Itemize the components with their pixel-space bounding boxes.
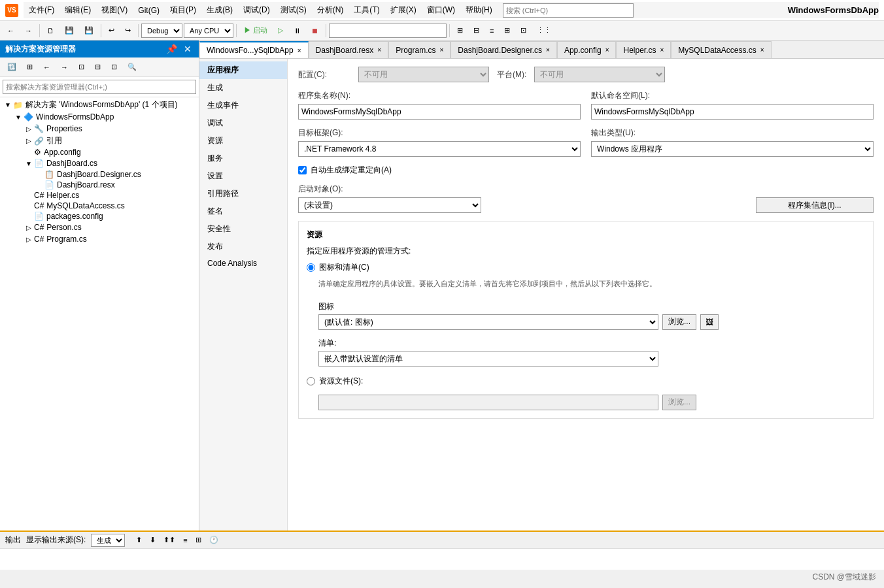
se-btn-8[interactable]: 🔍: [123, 61, 141, 73]
se-search-input[interactable]: [3, 80, 196, 94]
tab-mysql-close[interactable]: ×: [760, 46, 764, 54]
tab-resx[interactable]: DashjBoard.resx ×: [309, 41, 389, 58]
tree-item-dashjboard[interactable]: ▼ 📄 DashjBoard.cs: [0, 157, 199, 169]
output-btn-2[interactable]: ⬇: [146, 534, 159, 547]
se-btn-4[interactable]: →: [56, 61, 73, 73]
nav-item-services[interactable]: 服务: [199, 150, 287, 167]
se-btn-5[interactable]: ⊡: [74, 61, 89, 73]
assembly-name-input[interactable]: [298, 104, 581, 120]
expand-properties-icon[interactable]: ▷: [24, 123, 34, 134]
expand-person-icon[interactable]: ▷: [24, 222, 34, 233]
tab-appconfig[interactable]: App.config ×: [557, 41, 617, 58]
icon-select[interactable]: (默认值: 图标): [318, 314, 658, 330]
menu-tools[interactable]: 工具(T): [348, 2, 384, 18]
se-btn-2[interactable]: ⊞: [22, 61, 37, 73]
menu-debug[interactable]: 调试(D): [238, 2, 275, 18]
nav-item-build[interactable]: 生成: [199, 79, 287, 97]
forward-button[interactable]: →: [20, 25, 37, 37]
icon-preview-button[interactable]: 🖼: [700, 314, 719, 330]
resource-file-browse-button[interactable]: 浏览...: [662, 395, 696, 410]
tree-project[interactable]: ▼ 🔷 WindowsFormsDbApp: [0, 111, 199, 123]
title-search-input[interactable]: [503, 3, 634, 18]
nav-item-debug[interactable]: 调试: [199, 114, 287, 132]
assembly-info-button[interactable]: 程序集信息(I)...: [756, 197, 874, 213]
se-btn-7[interactable]: ⊡: [107, 61, 122, 73]
nav-item-resources[interactable]: 资源: [199, 132, 287, 150]
redo-button[interactable]: ↪: [120, 24, 135, 37]
debug-config-select[interactable]: Debug: [141, 24, 182, 38]
platform-select[interactable]: 不可用: [534, 67, 665, 82]
menu-git[interactable]: Git(G): [133, 3, 165, 18]
menu-edit[interactable]: 编辑(E): [60, 2, 96, 18]
radio-icon-manifest[interactable]: [307, 263, 315, 272]
expand-project-icon[interactable]: ▼: [13, 112, 24, 122]
target-framework-select[interactable]: .NET Framework 4.8: [298, 141, 581, 157]
nav-item-code-analysis[interactable]: Code Analysis: [199, 255, 287, 271]
menu-test[interactable]: 测试(S): [275, 2, 312, 18]
menu-file[interactable]: 文件(F): [24, 2, 60, 18]
output-btn-4[interactable]: ≡: [180, 534, 190, 547]
output-source-select[interactable]: 生成: [91, 534, 125, 547]
tree-item-helper[interactable]: C# Helper.cs: [0, 190, 199, 201]
default-namespace-input[interactable]: [591, 104, 874, 120]
output-type-select[interactable]: Windows 应用程序: [591, 141, 874, 157]
toolbar-icon-btn-6[interactable]: ⋮⋮: [532, 24, 556, 37]
nav-item-settings[interactable]: 设置: [199, 167, 287, 185]
nav-item-ref-paths[interactable]: 引用路径: [199, 185, 287, 203]
expand-program-icon[interactable]: ▷: [24, 234, 34, 244]
resource-file-input[interactable]: [318, 395, 658, 410]
save-all-button[interactable]: 💾: [80, 24, 98, 37]
start-button[interactable]: ▶ 启动: [239, 24, 272, 37]
stop-button[interactable]: ⏹: [307, 25, 323, 37]
nav-item-signing[interactable]: 签名: [199, 203, 287, 220]
tree-item-references[interactable]: ▷ 🔗 引用: [0, 135, 199, 147]
tab-main[interactable]: WindowsFo...ySqlDbApp ×: [199, 41, 309, 58]
tree-item-mysql[interactable]: C# MySQLDataAccess.cs: [0, 201, 199, 211]
tree-item-person[interactable]: ▷ C# Person.cs: [0, 221, 199, 233]
radio-resource-file[interactable]: [307, 377, 315, 385]
tab-helper[interactable]: Helper.cs ×: [616, 41, 671, 58]
save-button[interactable]: 💾: [60, 24, 78, 37]
pause-button[interactable]: ⏸: [289, 25, 305, 37]
output-btn-5[interactable]: ⊞: [192, 534, 205, 547]
se-btn-3[interactable]: ←: [39, 61, 55, 73]
tree-item-appconfig[interactable]: ⚙ App.config: [0, 147, 199, 157]
se-btn-1[interactable]: 🔃: [3, 61, 21, 73]
output-btn-1[interactable]: ⬆: [133, 534, 145, 547]
back-button[interactable]: ←: [3, 25, 19, 37]
toolbar-search-input[interactable]: [329, 24, 447, 38]
nav-item-publish[interactable]: 发布: [199, 238, 287, 255]
undo-button[interactable]: ↩: [104, 24, 119, 37]
expand-dashjboard-icon[interactable]: ▼: [24, 158, 34, 169]
menu-project[interactable]: 项目(P): [165, 2, 201, 18]
tab-appconfig-close[interactable]: ×: [605, 46, 609, 54]
toolbar-icon-btn-2[interactable]: ⊟: [469, 24, 484, 37]
tab-program[interactable]: Program.cs ×: [388, 41, 450, 58]
nav-item-build-events[interactable]: 生成事件: [199, 97, 287, 114]
toolbar-icon-btn-3[interactable]: ≡: [485, 25, 498, 37]
tree-item-properties[interactable]: ▷ 🔧 Properties: [0, 123, 199, 135]
menu-window[interactable]: 窗口(W): [422, 2, 460, 18]
icon-browse-button[interactable]: 浏览...: [662, 314, 696, 330]
step-over-button[interactable]: ▷: [273, 24, 288, 37]
se-btn-6[interactable]: ⊟: [90, 61, 105, 73]
tab-main-close[interactable]: ×: [298, 47, 301, 54]
tab-helper-close[interactable]: ×: [660, 46, 664, 54]
menu-view[interactable]: 视图(V): [96, 2, 133, 18]
menu-build[interactable]: 生成(B): [201, 2, 238, 18]
toolbar-icon-btn-4[interactable]: ⊞: [500, 24, 515, 37]
tab-designer[interactable]: DashjBoard.Designer.cs ×: [450, 41, 557, 58]
platform-select[interactable]: Any CPU: [184, 24, 233, 38]
tree-item-packages[interactable]: 📄 packages.config: [0, 211, 199, 221]
toolbar-icon-btn-1[interactable]: ⊞: [452, 24, 468, 37]
menu-extensions[interactable]: 扩展(X): [385, 2, 422, 18]
startup-select[interactable]: (未设置): [298, 197, 481, 213]
new-project-button[interactable]: 🗋: [42, 25, 59, 37]
tree-item-designer[interactable]: 📋 DashjBoard.Designer.cs: [0, 169, 199, 180]
expand-solution-icon[interactable]: ▼: [3, 100, 13, 110]
nav-item-application[interactable]: 应用程序: [199, 61, 287, 79]
config-select[interactable]: 不可用: [358, 67, 489, 82]
output-btn-6[interactable]: 🕐: [206, 534, 222, 547]
menu-help[interactable]: 帮助(H): [460, 2, 498, 18]
tree-item-resx[interactable]: 📄 DashjBoard.resx: [0, 180, 199, 190]
